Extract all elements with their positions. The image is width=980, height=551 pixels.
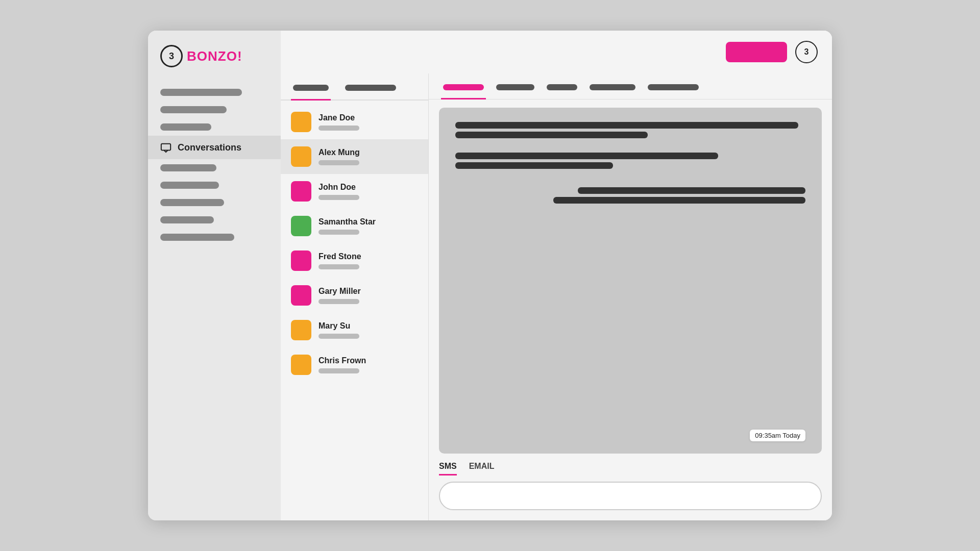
contact-preview-mary-su <box>318 334 359 339</box>
contact-info-jane-doe: Jane Doe <box>318 113 359 131</box>
logo: 3 BONZO! <box>148 31 281 80</box>
contact-preview-samantha-star <box>318 230 359 235</box>
contact-name-fred-stone: Fred Stone <box>318 252 361 261</box>
app-window: 3 BONZO! Conversations <box>148 31 832 520</box>
sidebar-nav-bar-6 <box>160 199 224 206</box>
main-area: 3 Jane Doe <box>281 31 832 520</box>
compose-tab-email[interactable]: EMAIL <box>469 462 495 475</box>
contact-info-samantha-star: Samantha Star <box>318 217 376 235</box>
conv-tab-0[interactable] <box>441 80 486 99</box>
message-bubble-3 <box>455 187 805 204</box>
top-header: 3 <box>281 31 832 73</box>
contact-item-chris-frown[interactable]: Chris Frown <box>281 347 428 382</box>
msg-bar-3-2 <box>553 197 805 204</box>
contact-avatar-mary-su <box>291 320 311 340</box>
contact-item-jane-doe[interactable]: Jane Doe <box>281 105 428 139</box>
contact-avatar-fred-stone <box>291 251 311 271</box>
compose-tab-sms[interactable]: SMS <box>439 462 457 475</box>
conv-tab-2[interactable] <box>545 80 579 99</box>
contact-item-samantha-star[interactable]: Samantha Star <box>281 209 428 243</box>
contact-list-panel: Jane Doe Alex Mung <box>281 73 429 520</box>
conversations-icon <box>160 142 172 153</box>
contact-preview-fred-stone <box>318 264 359 269</box>
msg-bar-1-2 <box>455 132 648 138</box>
contact-info-john-doe: John Doe <box>318 183 359 200</box>
contact-info-mary-su: Mary Su <box>318 321 359 339</box>
contact-tab-1[interactable] <box>343 80 398 101</box>
contact-name-chris-frown: Chris Frown <box>318 356 366 365</box>
sidebar-nav-bar-8 <box>160 234 234 241</box>
contact-name-mary-su: Mary Su <box>318 321 359 331</box>
conv-tab-bar-1 <box>496 84 534 90</box>
compose-input[interactable] <box>439 482 822 510</box>
conversations-label: Conversations <box>178 142 241 153</box>
svg-rect-0 <box>161 144 170 151</box>
contact-name-gary-miller: Gary Miller <box>318 287 361 296</box>
contact-list-tabs <box>281 73 428 101</box>
contact-preview-john-doe <box>318 195 359 200</box>
header-avatar[interactable]: 3 <box>795 41 818 63</box>
sidebar-item-conversations[interactable]: Conversations <box>148 136 281 159</box>
contact-avatar-samantha-star <box>291 216 311 236</box>
sidebar-nav-bar-7 <box>160 216 214 223</box>
conv-tab-3[interactable] <box>587 80 638 99</box>
contact-tab-0[interactable] <box>291 80 331 101</box>
message-bubble-2 <box>455 153 805 169</box>
msg-bar-2-2 <box>455 162 613 169</box>
conversation-tabs <box>429 73 832 99</box>
contact-info-alex-mung: Alex Mung <box>318 148 360 165</box>
conv-tab-bar-2 <box>547 84 577 90</box>
contact-info-gary-miller: Gary Miller <box>318 287 361 304</box>
contact-avatar-john-doe <box>291 181 311 202</box>
contact-avatar-chris-frown <box>291 355 311 375</box>
contact-name-john-doe: John Doe <box>318 183 359 192</box>
sidebar-nav-bar-1 <box>160 89 242 96</box>
timestamp-badge: 09:35am Today <box>750 430 805 441</box>
contact-info-fred-stone: Fred Stone <box>318 252 361 269</box>
contact-item-gary-miller[interactable]: Gary Miller <box>281 278 428 313</box>
contact-preview-gary-miller <box>318 299 359 304</box>
sidebar-nav-bar-2 <box>160 106 227 113</box>
sidebar-nav-bar-4 <box>160 164 216 171</box>
contact-avatar-gary-miller <box>291 285 311 306</box>
conv-tab-bar-4 <box>648 84 699 90</box>
sidebar: 3 BONZO! Conversations <box>148 31 281 520</box>
contact-info-chris-frown: Chris Frown <box>318 356 366 373</box>
compose-tabs: SMS EMAIL <box>439 462 822 475</box>
contact-preview-jane-doe <box>318 126 359 131</box>
conv-tab-bar-0 <box>443 84 484 90</box>
contact-avatar-jane-doe <box>291 112 311 132</box>
header-action-button[interactable] <box>726 42 787 62</box>
contact-item-mary-su[interactable]: Mary Su <box>281 313 428 347</box>
contact-name-jane-doe: Jane Doe <box>318 113 359 122</box>
contact-preview-chris-frown <box>318 368 359 373</box>
sidebar-nav-bar-3 <box>160 123 211 131</box>
logo-text: BONZO! <box>187 48 242 64</box>
conv-tab-bar-3 <box>590 84 635 90</box>
sidebar-nav-bar-5 <box>160 182 219 189</box>
contact-item-fred-stone[interactable]: Fred Stone <box>281 243 428 278</box>
contact-avatar-alex-mung <box>291 146 311 167</box>
msg-bar-3-1 <box>578 187 805 194</box>
sidebar-nav: Conversations <box>148 80 281 520</box>
contact-name-alex-mung: Alex Mung <box>318 148 360 157</box>
msg-bar-1-1 <box>455 122 798 129</box>
conv-tab-1[interactable] <box>494 80 536 99</box>
contact-item-alex-mung[interactable]: Alex Mung <box>281 139 428 174</box>
message-bubble-1 <box>455 122 805 138</box>
conv-tab-4[interactable] <box>646 80 701 99</box>
logo-circle: 3 <box>160 45 183 67</box>
content-body: Jane Doe Alex Mung <box>281 73 832 520</box>
contact-item-john-doe[interactable]: John Doe <box>281 174 428 209</box>
contact-list: Jane Doe Alex Mung <box>281 101 428 386</box>
msg-bar-2-1 <box>455 153 718 159</box>
conversation-panel: 09:35am Today SMS EMAIL <box>429 73 832 520</box>
messages-area: 09:35am Today <box>439 108 822 454</box>
contact-preview-alex-mung <box>318 160 359 165</box>
compose-area: SMS EMAIL <box>429 462 832 520</box>
contact-name-samantha-star: Samantha Star <box>318 217 376 227</box>
